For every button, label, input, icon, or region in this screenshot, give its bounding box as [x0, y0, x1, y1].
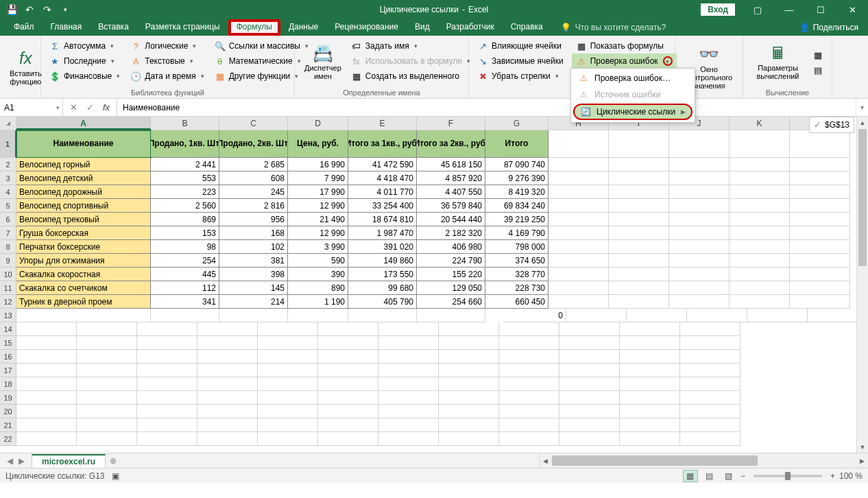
- cell[interactable]: [730, 213, 790, 226]
- cell[interactable]: [730, 254, 790, 268]
- cell[interactable]: [77, 336, 137, 350]
- cell[interactable]: [197, 405, 258, 418]
- cell[interactable]: [77, 350, 137, 364]
- cell[interactable]: [378, 391, 439, 405]
- cell[interactable]: [609, 213, 669, 226]
- chevron-down-icon[interactable]: ▾: [56, 104, 60, 111]
- undo-icon[interactable]: ↶: [22, 2, 37, 17]
- cell[interactable]: [499, 364, 559, 377]
- cell[interactable]: 20 544 440: [417, 213, 485, 226]
- cell[interactable]: [790, 158, 850, 171]
- cell[interactable]: [609, 199, 669, 213]
- qat-customize-icon[interactable]: ▾: [58, 2, 73, 17]
- cell[interactable]: [620, 405, 680, 418]
- select-all-button[interactable]: ◢: [0, 117, 16, 130]
- cell[interactable]: [790, 130, 850, 158]
- cell[interactable]: [566, 309, 627, 322]
- signin-button[interactable]: Вход: [701, 3, 735, 16]
- cell[interactable]: Итого за 2кв., руб.: [417, 130, 485, 158]
- cell[interactable]: [499, 418, 559, 432]
- worksheet-grid[interactable]: ◢ A B C D E F G H I J K L 1НаименованиеП…: [0, 117, 868, 453]
- remove-arrows-button[interactable]: ✖Убрать стрелки▾: [473, 69, 568, 84]
- cell[interactable]: 45 618 150: [417, 158, 485, 171]
- col-header[interactable]: C: [219, 117, 288, 130]
- cell[interactable]: [627, 309, 687, 322]
- cell[interactable]: [197, 364, 258, 377]
- cell[interactable]: [730, 130, 790, 158]
- cell[interactable]: [499, 432, 559, 446]
- cell[interactable]: Турник в дверной проем: [16, 295, 151, 309]
- row-header[interactable]: 3: [0, 171, 16, 185]
- cell[interactable]: [77, 377, 137, 391]
- cell[interactable]: 145: [219, 281, 288, 295]
- row-header[interactable]: 9: [0, 254, 16, 268]
- cell[interactable]: 405 790: [348, 295, 417, 309]
- cell[interactable]: [680, 377, 740, 391]
- cell[interactable]: 149 860: [348, 254, 417, 268]
- cell[interactable]: [620, 364, 680, 377]
- cell[interactable]: [318, 418, 378, 432]
- cell[interactable]: 406 980: [417, 240, 485, 254]
- cell[interactable]: [559, 405, 620, 418]
- cell[interactable]: [137, 322, 197, 336]
- tell-me-search[interactable]: 💡 Что вы хотите сделать?: [551, 19, 676, 36]
- cell[interactable]: [137, 336, 197, 350]
- cell[interactable]: [680, 405, 740, 418]
- cell[interactable]: [680, 336, 740, 350]
- maximize-icon[interactable]: ☐: [805, 0, 836, 19]
- cell[interactable]: 223: [151, 185, 219, 199]
- scrollbar-thumb[interactable]: [858, 129, 867, 266]
- redo-icon[interactable]: ↷: [40, 2, 55, 17]
- cell[interactable]: Велосипед горный: [16, 158, 151, 171]
- cell[interactable]: 254: [151, 254, 219, 268]
- zoom-slider[interactable]: [754, 475, 822, 477]
- cell[interactable]: 7 990: [288, 171, 348, 185]
- cell[interactable]: 445: [151, 268, 219, 281]
- cell[interactable]: [137, 432, 197, 446]
- scroll-up-icon[interactable]: ▲: [857, 117, 868, 128]
- cell[interactable]: [548, 240, 609, 254]
- cell[interactable]: 4 011 770: [348, 185, 417, 199]
- cell[interactable]: [197, 350, 258, 364]
- cell[interactable]: [378, 418, 439, 432]
- cell[interactable]: [730, 185, 790, 199]
- cell[interactable]: [77, 418, 137, 432]
- cell[interactable]: [730, 199, 790, 213]
- cell[interactable]: [609, 185, 669, 199]
- tab-view[interactable]: Вид: [407, 19, 438, 36]
- col-header[interactable]: F: [417, 117, 485, 130]
- cell[interactable]: [680, 418, 740, 432]
- cell[interactable]: 69 834 240: [485, 199, 548, 213]
- autosum-button[interactable]: ΣАвтосумма▾: [45, 38, 126, 54]
- cell[interactable]: [790, 254, 850, 268]
- scroll-left-icon[interactable]: ◀: [540, 458, 551, 464]
- cell[interactable]: [499, 377, 559, 391]
- cell[interactable]: [197, 377, 258, 391]
- cell[interactable]: 8 419 320: [485, 185, 548, 199]
- cell[interactable]: Велосипед детский: [16, 171, 151, 185]
- cell[interactable]: 4 169 790: [485, 226, 548, 240]
- save-icon[interactable]: 💾: [4, 2, 19, 17]
- financial-button[interactable]: 💲Финансовые▾: [45, 69, 126, 84]
- cell[interactable]: 228 730: [485, 281, 548, 295]
- share-button[interactable]: 👤 Поделиться: [790, 19, 868, 36]
- cell[interactable]: [669, 226, 730, 240]
- cell[interactable]: 4 418 470: [348, 171, 417, 185]
- chevron-down-icon[interactable]: ▾: [663, 56, 673, 66]
- cell[interactable]: [669, 199, 730, 213]
- datetime-button[interactable]: 🕒Дата и время▾: [126, 69, 210, 84]
- cell[interactable]: [77, 432, 137, 446]
- macro-record-icon[interactable]: ▣: [112, 471, 119, 481]
- cell[interactable]: [559, 336, 620, 350]
- cell[interactable]: [378, 405, 439, 418]
- cell[interactable]: [669, 268, 730, 281]
- col-header[interactable]: K: [730, 117, 790, 130]
- row-header[interactable]: 19: [0, 391, 16, 405]
- fx-icon[interactable]: fx: [99, 100, 114, 115]
- zoom-level[interactable]: 100 %: [839, 471, 863, 481]
- cell[interactable]: [16, 364, 77, 377]
- col-header[interactable]: G: [485, 117, 548, 130]
- chevron-down-icon[interactable]: ▾: [111, 58, 117, 64]
- cell[interactable]: Упоры для отжимания: [16, 254, 151, 268]
- cell[interactable]: [439, 391, 499, 405]
